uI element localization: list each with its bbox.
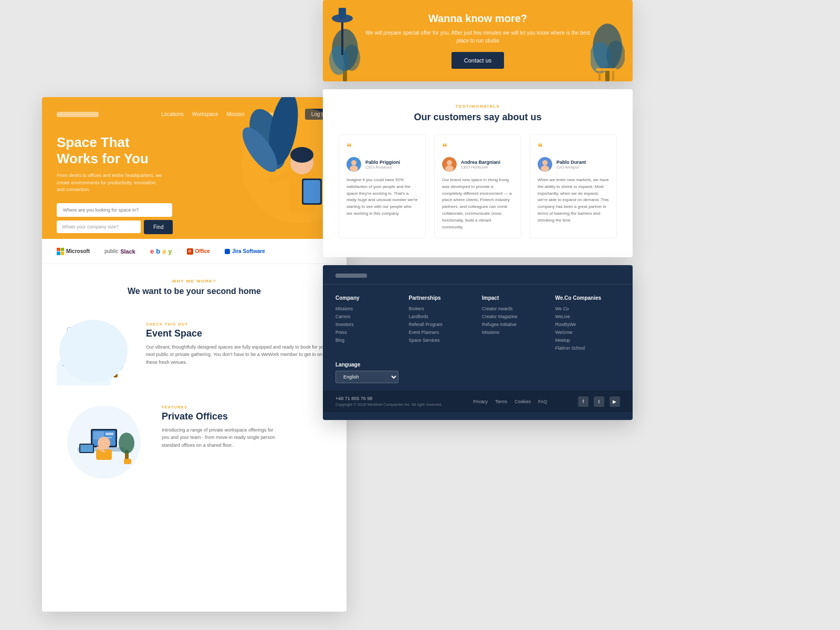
footer-link-event-planners[interactable]: Event Planners [409,330,474,335]
footer-panel: Company Missions Carrers Investors Press… [323,265,633,420]
company-size-select[interactable]: Whats your company size? [57,220,141,233]
reviewer-name-1: Pablo Priggioni [365,160,400,165]
ebay-logo: ebay [150,247,172,255]
svg-point-66 [542,160,548,165]
svg-rect-51 [339,8,346,18]
event-space-tag: CHECK THIS OUT [146,322,332,326]
copyright: Copyright © 2018 WeWork Companies Inc. A… [335,402,442,407]
footer-link-investors[interactable]: Investors [335,322,401,327]
slack-logo: public Slack [104,248,135,255]
office-logo: O Office [187,248,210,255]
footer-link-creator-magazine[interactable]: Creator Magazine [482,314,547,319]
reviewer-title-3: CIO Amtipur [556,165,586,170]
testimonials-tag: TESTIMONAIALS [339,104,617,109]
footer-link-weco[interactable]: We Co [555,306,621,311]
facebook-icon[interactable]: f [578,396,589,407]
footer-links: Company Missions Carrers Investors Press… [323,285,633,362]
footer-link-welive[interactable]: WeLive [555,314,621,319]
footer-col-company: Company Missions Carrers Investors Press… [335,295,401,353]
hero-title: Space That Works for You [57,134,172,167]
footer-link-brokers[interactable]: Brokers [409,306,474,311]
footer-link-space-services[interactable]: Space Services [409,338,474,343]
find-button[interactable]: Find [144,220,173,234]
footer-faq[interactable]: FAQ [538,399,547,404]
social-icons: f t ▶ [578,396,620,407]
logo [57,112,99,117]
svg-rect-58 [612,71,614,80]
footer-link-impact-missions[interactable]: Missions [482,330,547,335]
quote-icon-3: ❝ [538,142,609,152]
event-space-title: Event Space [146,328,332,339]
svg-point-60 [351,160,356,165]
language-section: Language English [323,362,633,391]
footer-terms[interactable]: Terms [495,399,507,404]
footer-col-company-title: Company [335,295,401,301]
language-select[interactable]: English [335,371,398,383]
footer-col-partnerships: Partnerships Brokers Landlords Referall … [409,295,474,353]
footer-link-carrers[interactable]: Carrers [335,314,401,319]
svg-point-48 [343,45,360,71]
footer-legal-links: Privacy Terms Cookies FAQ [473,399,547,404]
footer-col-impact-title: Impact [482,295,547,301]
footer-link-press[interactable]: Press [335,330,401,335]
event-space-illustration [57,317,135,385]
svg-point-61 [350,165,358,172]
footer-link-wegrow[interactable]: WeGrow [555,330,621,335]
avatar-2 [442,157,457,172]
jira-logo: Jira Software [225,248,265,254]
svg-rect-44 [80,445,93,452]
why-section: WHY WE WORK? We want to be your second h… [42,264,346,317]
testimonials-title: Our customers say about us [339,112,617,123]
language-label: Language [335,362,620,368]
twitter-icon[interactable]: t [594,396,604,407]
svg-point-55 [606,40,625,70]
review-text-2: Our brand new space in Hong Kong was dev… [442,177,513,230]
private-tag: FEATURES [162,405,332,409]
microsoft-logo: Microsoft [57,248,90,255]
footer-link-refugee[interactable]: Refugee Initiative [482,322,547,327]
footer-link-missions[interactable]: Missions [335,306,401,311]
svg-point-64 [445,165,454,172]
quote-icon-1: ❝ [346,142,418,152]
footer-link-blog[interactable]: Blog [335,338,401,343]
event-space-section: CHECK THIS OUT Event Space Our vibrant, … [42,317,346,400]
reviewer-title-1: CEO Annaves [365,165,400,170]
svg-point-67 [541,165,549,172]
footer-cookies[interactable]: Cookies [514,399,531,404]
private-offices-illustration [57,400,151,479]
reviewer-title-2: CEO Hurticol4 [461,165,500,170]
footer-col-weco-title: We.Co Companies [555,295,621,301]
svg-point-41 [119,433,134,454]
hero-subtitle: From desks to offices and entire headqua… [57,172,162,194]
footer-link-referall[interactable]: Referall Program [409,322,474,327]
youtube-icon[interactable]: ▶ [610,396,620,407]
footer-bottom: +48 71 855 76 98 Copyright © 2018 WeWork… [323,391,633,412]
footer-phone: +48 71 855 76 98 [335,396,442,401]
why-title: We want to be your second home [57,287,332,296]
svg-rect-57 [598,71,601,80]
testimonials-panel: TESTIMONAIALS Our customers say about us… [323,89,633,257]
nav-locations[interactable]: Locations [161,111,184,117]
testimonial-card-2: ❝ Andrea Bargniani CEO Hurticol4 Our bra… [434,134,521,238]
search-input[interactable] [57,203,172,217]
footer-col-impact: Impact Creator Awards Creator Magazine R… [482,295,547,353]
nav-workspace[interactable]: Workspace [192,111,218,117]
avatar-1 [346,157,361,172]
footer-link-creator-awards[interactable]: Creator Awards [482,306,547,311]
avatar-3 [538,157,552,172]
footer-link-landlords[interactable]: Landlords [409,314,474,319]
plant-left-decoration [328,8,365,81]
private-layout: FEATURES Private Offices Introducing a r… [57,400,332,479]
contact-us-button[interactable]: Contact us [452,52,505,69]
event-space-content: CHECK THIS OUT Event Space Our vibrant, … [146,317,332,366]
testimonial-card-1: ❝ Pablo Priggioni CEO Annaves Imagine if… [339,134,426,238]
footer-col-weco: We.Co Companies We Co WeLive RizeByWe We… [555,295,621,353]
footer-link-meetup[interactable]: Meetup [555,338,621,343]
footer-privacy[interactable]: Privacy [473,399,488,404]
footer-link-rizebywe[interactable]: RizeByWe [555,322,621,327]
logos-section: Microsoft public Slack ebay O Office Jir… [42,239,346,264]
left-panel: Locations Workspace Mission Enterprise L… [42,97,346,612]
footer-link-flatiron[interactable]: Flatiron School [555,345,621,351]
why-tag: WHY WE WORK? [57,279,332,284]
reviewer-name-3: Pablo Durant [556,160,586,165]
